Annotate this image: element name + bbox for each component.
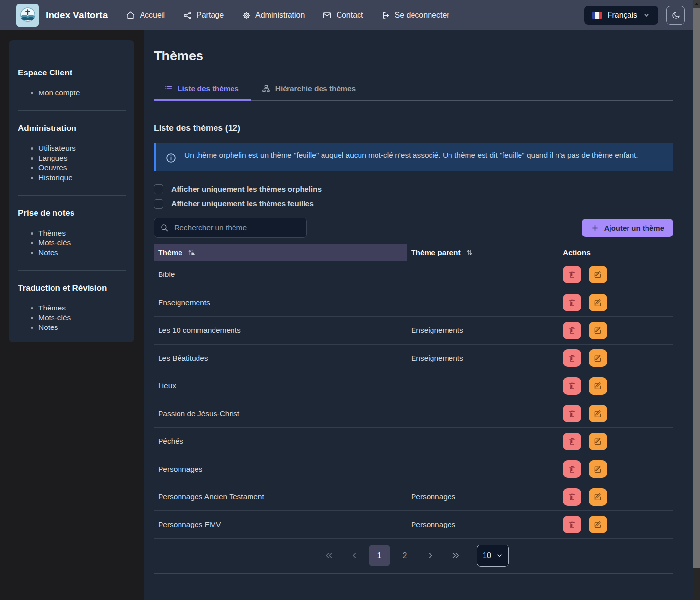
delete-button[interactable] <box>563 294 581 311</box>
delete-button[interactable] <box>563 266 581 283</box>
sort-both-icon[interactable] <box>466 248 474 256</box>
sidebar-item[interactable]: Utilisateurs <box>38 144 126 153</box>
sort-ascending-icon[interactable] <box>187 248 196 256</box>
first-page-button[interactable] <box>318 545 340 566</box>
sidebar-item[interactable]: Mots-clés <box>38 238 126 248</box>
sitemap-icon <box>262 84 270 93</box>
column-header-parent[interactable]: Thème parent <box>407 244 558 261</box>
main-nav: AccueilPartageAdministrationContactSe dé… <box>126 11 449 20</box>
delete-button[interactable] <box>563 377 581 395</box>
sidebar-section-title: Administration <box>18 124 126 133</box>
cell-actions <box>558 510 673 538</box>
edit-button[interactable] <box>589 266 607 283</box>
next-page-button[interactable] <box>419 545 441 566</box>
scrollbar-thumb[interactable] <box>693 8 700 568</box>
nav-item-accueil[interactable]: Accueil <box>126 11 165 20</box>
sidebar-item[interactable]: Notes <box>38 248 126 257</box>
search-input[interactable] <box>173 223 301 233</box>
edit-button[interactable] <box>589 460 607 478</box>
sidebar-section-title: Espace Client <box>18 68 126 78</box>
column-header-theme[interactable]: Thème <box>154 244 407 261</box>
sidebar-section-list: ThèmesMots-clésNotes <box>18 228 126 257</box>
page-button-1[interactable]: 1 <box>369 545 390 566</box>
delete-button[interactable] <box>563 349 581 367</box>
divider <box>18 270 126 271</box>
delete-button[interactable] <box>563 322 581 339</box>
filter-row[interactable]: Afficher uniquement les thèmes feuilles <box>154 199 673 209</box>
filter-row[interactable]: Afficher uniquement les thèmes orphelins <box>154 184 673 194</box>
sidebar-item[interactable]: Notes <box>38 323 126 332</box>
sidebar-item[interactable]: Mon compte <box>38 88 126 98</box>
page-button-2[interactable]: 2 <box>394 545 415 566</box>
chevron-down-icon <box>643 11 650 19</box>
filter-checkboxes: Afficher uniquement les thèmes orphelins… <box>154 184 673 209</box>
prev-page-button[interactable] <box>343 545 365 566</box>
chevron-right-icon <box>426 551 435 560</box>
checkbox[interactable] <box>154 184 163 194</box>
edit-button[interactable] <box>589 405 607 422</box>
edit-button[interactable] <box>589 294 607 311</box>
sidebar-item[interactable]: Thèmes <box>38 228 126 238</box>
cell-actions <box>558 455 673 483</box>
cell-actions <box>558 400 673 427</box>
main-panel: Thèmes Liste des thèmesHiérarchie des th… <box>144 30 693 600</box>
checkbox[interactable] <box>154 199 163 209</box>
delete-button[interactable] <box>563 433 581 450</box>
sidebar-item[interactable]: Mots-clés <box>38 313 126 323</box>
edit-button[interactable] <box>589 488 607 506</box>
sidebar: Espace ClientMon compteAdministrationUti… <box>9 40 134 342</box>
cell-parent: Personnages <box>407 483 558 510</box>
section-title: Liste des thèmes (12) <box>154 123 673 133</box>
sidebar-section: AdministrationUtilisateursLanguesOeuvres… <box>18 124 126 182</box>
table-row: Passion de Jésus-Christ <box>154 400 673 427</box>
cell-actions <box>558 289 673 316</box>
delete-button[interactable] <box>563 405 581 422</box>
cell-parent <box>407 289 558 316</box>
search-row: Ajouter un thème <box>154 218 673 238</box>
last-page-button[interactable] <box>445 545 466 566</box>
tab-bar: Liste des thèmesHiérarchie des thèmes <box>154 84 673 101</box>
table-row: Bible <box>154 261 673 289</box>
cell-theme: Péchés <box>154 427 407 455</box>
sidebar-item[interactable]: Langues <box>38 153 126 163</box>
app-logo[interactable] <box>16 4 39 27</box>
dark-mode-toggle[interactable] <box>666 6 685 25</box>
cell-parent <box>407 372 558 400</box>
language-selector[interactable]: Français <box>584 6 658 25</box>
mail-icon <box>323 11 332 20</box>
nav-item-administration[interactable]: Administration <box>242 11 305 20</box>
delete-button[interactable] <box>563 488 581 506</box>
nav-item-contact[interactable]: Contact <box>323 11 363 20</box>
chevron-down-icon <box>496 552 503 559</box>
nav-item-se-deconnecter[interactable]: Se déconnecter <box>381 11 449 20</box>
cell-actions <box>558 344 673 372</box>
sidebar-item[interactable]: Thèmes <box>38 303 126 313</box>
sidebar-section-list: UtilisateursLanguesOeuvresHistorique <box>18 144 126 182</box>
sidebar-item[interactable]: Oeuvres <box>38 163 126 173</box>
cell-theme: Personnages EMV <box>154 510 407 538</box>
sidebar-section: Traduction et RévisionThèmesMots-clésNot… <box>18 283 126 332</box>
table-header-row: Thème Thème parent Actions <box>154 244 673 261</box>
scrollbar[interactable] <box>693 0 700 600</box>
edit-button[interactable] <box>589 322 607 339</box>
cell-theme: Les Béatitudes <box>154 344 407 372</box>
page-size-value: 10 <box>483 551 491 560</box>
chevrons-left-icon <box>324 551 334 560</box>
edit-button[interactable] <box>589 377 607 395</box>
nav-item-partage[interactable]: Partage <box>183 11 224 20</box>
sidebar-item[interactable]: Historique <box>38 173 126 182</box>
tab-hierarchie-des-themes[interactable]: Hiérarchie des thèmes <box>251 84 368 100</box>
sidebar-section-list: ThèmesMots-clésNotes <box>18 303 126 332</box>
page-size-select[interactable]: 10 <box>477 545 509 567</box>
edit-button[interactable] <box>589 349 607 367</box>
add-theme-label: Ajouter un thème <box>604 224 664 232</box>
delete-button[interactable] <box>563 516 581 533</box>
edit-button[interactable] <box>589 433 607 450</box>
divider <box>18 195 126 196</box>
delete-button[interactable] <box>563 460 581 478</box>
add-theme-button[interactable]: Ajouter un thème <box>582 219 673 237</box>
tab-liste-des-themes[interactable]: Liste des thèmes <box>154 84 251 100</box>
scrollbar-up-button[interactable] <box>693 0 700 8</box>
edit-button[interactable] <box>589 516 607 533</box>
cell-theme: Lieux <box>154 372 407 400</box>
